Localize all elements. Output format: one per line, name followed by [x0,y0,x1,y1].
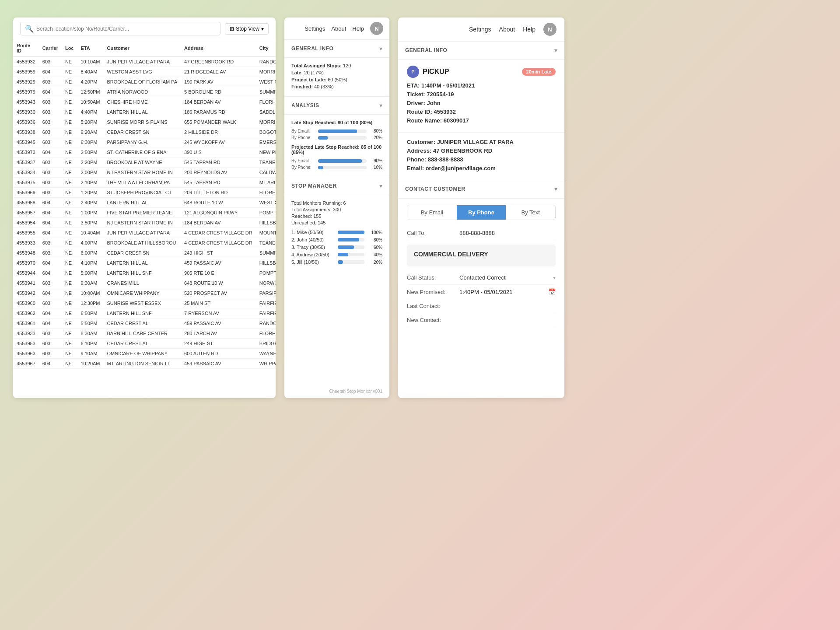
pickup-block: P PICKUP 20min Late ETA: 1:40PM - 05/01/… [398,60,564,133]
table-row[interactable]: 4553969603NE1:20PMST JOSEPH PROVINCIAL C… [13,188,276,198]
tab-by-text[interactable]: By Text [506,205,555,220]
table-cell: WESTON ASST LVG [104,67,181,77]
table-cell: 5:50PM [77,318,103,329]
table-row[interactable]: 4553942604NE10:00AMOMNICARE WHIPPANY520 … [13,288,276,298]
table-row[interactable]: 4553970604NE4:10PMLANTERN HILL AL459 PAS… [13,258,276,268]
table-row[interactable]: 4553963603NE9:10AMOMNICARE OF WHIPPANY60… [13,349,276,359]
table-cell: NJ EASTERN STAR HOME IN [104,168,181,178]
rep-name: 5. Jill (10/50) [291,259,335,265]
table-cell: 4553943 [13,97,39,107]
table-cell: 604 [39,258,62,268]
rep-name: 2. John (40/50) [291,237,335,242]
table-cell: 2 HILLSIDE DR [181,127,256,137]
table-cell: 6:50PM [77,308,103,318]
analysis-header[interactable]: ANALYSIS ▾ [284,97,389,115]
tab-by-phone[interactable]: By Phone [457,205,506,220]
table-cell: 9:30AM [77,278,103,288]
table-row[interactable]: 4553967604NE10:20AMMT. ARLINGTON SENIOR … [13,359,276,369]
table-row[interactable]: 4553960603NE12:30PMSUNRISE WEST ESSEX25 … [13,298,276,308]
table-cell: 6:10PM [77,339,103,349]
nav-about[interactable]: About [331,25,346,32]
rep-name: 4. Andrew (20/50) [291,252,335,257]
nav-help[interactable]: Help [352,25,364,32]
right-avatar[interactable]: N [543,23,556,36]
table-cell: WEST CALDWELL [256,198,276,208]
table-cell: MT ARLINGTON [256,178,276,188]
projected-title: Projected Late Stop Reached: 85 of 100 (… [291,144,382,155]
call-status-chevron: ▾ [553,275,556,281]
bar-fill [318,136,328,140]
table-row[interactable]: 4553944604NE5:00PMLANTERN HILL SNF905 RT… [13,268,276,278]
table-row[interactable]: 4553961604NE5:50PMCEDAR CREST AL459 PASS… [13,318,276,329]
bar-container [318,130,367,133]
table-row[interactable]: 4553938603NE9:20AMCEDAR CREST SN2 HILLSI… [13,127,276,137]
table-cell: 10:10AM [77,56,103,67]
table-row[interactable]: 4553937603NE2:20PMBROOKDALE AT WAYNE545 … [13,158,276,168]
table-row[interactable]: 4553932603NE10:10AMJUNIPER VILLAGE AT PA… [13,56,276,67]
call-status-row[interactable]: Call Status: Contacted Correct ▾ [407,271,556,285]
search-input[interactable] [36,26,216,32]
analysis-chevron: ▾ [379,102,382,109]
table-row[interactable]: 4553958604NE2:40PMLANTERN HILL AL648 ROU… [13,198,276,208]
bar-label: By Email: [291,158,315,163]
table-row[interactable]: 4553955604NE10:40AMJUNIPER VILLAGE AT PA… [13,228,276,238]
table-row[interactable]: 4553933603NE4:00PMBROOKDALE AT HILLSBORO… [13,238,276,248]
right-nav-settings[interactable]: Settings [469,26,491,33]
table-row[interactable]: 4553954604NE3:50PMNJ EASTERN STAR HOME I… [13,218,276,228]
search-box[interactable]: 🔍 [20,22,220,35]
call-status-value[interactable]: Contacted Correct ▾ [459,274,556,281]
table-cell: CEDAR CREST AL [104,339,181,349]
right-general-info-header[interactable]: GENERAL INFO ▾ [398,42,564,60]
general-info-header[interactable]: GENERAL INFO ▾ [284,40,389,58]
table-row[interactable]: 4553933603NE8:30AMBARN HILL CARE CENTER2… [13,329,276,339]
contact-tabs: By Email By Phone By Text [407,205,556,220]
nav-settings[interactable]: Settings [304,25,325,32]
table-cell: SUNRISE MORRIS PLAINS [104,117,181,127]
rep-bar-fill [338,238,359,242]
right-nav-help[interactable]: Help [523,26,536,33]
table-cell: 12:50PM [77,87,103,97]
table-cell: NORWOOD [256,278,276,288]
table-cell: 4553944 [13,268,39,278]
col-eta: ETA [77,40,103,56]
bar-fill [318,159,362,163]
table-row[interactable]: 4553979604NE12:50PMATRIA NORWOOD5 BOROLI… [13,87,276,97]
table-row[interactable]: 4553957604NE1:00PMFIVE STAR PREMIER TEAN… [13,208,276,218]
table-row[interactable]: 4553941603NE9:30AMCRANES MILL648 ROUTE 1… [13,278,276,288]
contact-customer-header[interactable]: CONTACT CUSTOMER ▾ [398,180,564,198]
table-row[interactable]: 4553929603NE4:20PMBROOKDALE OF FLORHAM P… [13,77,276,87]
table-cell: 603 [39,97,62,107]
table-row[interactable]: 4553975603NE2:10PMTHE VILLA AT FLORHAM P… [13,178,276,188]
table-row[interactable]: 4553953603NE6:10PMCEDAR CREST AL249 HIGH… [13,339,276,349]
bar-container [318,159,367,163]
table-cell: 9:10AM [77,349,103,359]
calendar-icon[interactable]: 📅 [548,288,556,295]
table-cell: 9:20AM [77,127,103,137]
table-row[interactable]: 4553934603NE2:00PMNJ EASTERN STAR HOME I… [13,168,276,178]
stop-view-button[interactable]: ⊞ Stop View ▾ [225,23,269,35]
bar-fill [318,166,323,169]
table-row[interactable]: 4553948603NE6:00PMCEDAR CREST SN249 HIGH… [13,248,276,258]
table-row[interactable]: 4553930603NE4:40PMLANTERN HILL AL186 PAR… [13,107,276,117]
table-row[interactable]: 4553973604NE2:50PMST. CATHERINE OF SIENA… [13,147,276,158]
message-box[interactable]: COMMERCIAL DELIVERY [407,245,556,266]
table-row[interactable]: 4553936603NE5:20PMSUNRISE MORRIS PLAINS6… [13,117,276,127]
table-row[interactable]: 4553959604NE8:40AMWESTON ASST LVG21 RIDG… [13,67,276,77]
avatar[interactable]: N [370,22,383,35]
email-row: Email: order@junipervillage.com [407,165,556,172]
table-cell: 604 [39,359,62,369]
table-cell: 603 [39,238,62,248]
unreached-label: Unreached: 145 [291,220,382,225]
col-route-id: Route ID [13,40,39,56]
table-cell: NE [62,158,77,168]
table-cell: TEANECK [256,158,276,168]
stop-manager-header[interactable]: STOP MANAGER ▾ [284,177,389,195]
tab-by-email[interactable]: By Email [407,205,457,220]
table-row[interactable]: 4553945603NE6:30PMPARSIPPANY G.H.245 WYC… [13,137,276,147]
table-cell: 520 PROSPECT AV [181,288,256,298]
general-info-chevron: ▾ [379,45,382,52]
stop-manager-chevron: ▾ [379,182,382,189]
table-row[interactable]: 4553943603NE10:50AMCHESHIRE HOME184 BERD… [13,97,276,107]
table-row[interactable]: 4553962604NE6:50PMLANTERN HILL SNF7 RYER… [13,308,276,318]
right-nav-about[interactable]: About [499,26,515,33]
